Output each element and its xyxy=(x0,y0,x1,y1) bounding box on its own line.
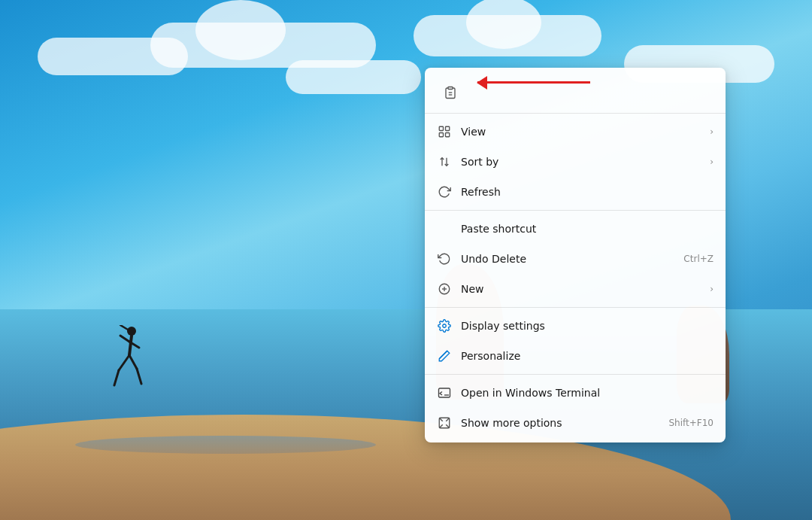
personalize-label: Personalize xyxy=(461,350,714,362)
sort-submenu-arrow: › xyxy=(710,157,714,167)
cloud-decoration xyxy=(286,60,421,94)
more-icon xyxy=(437,415,452,430)
menu-item-show-more[interactable]: Show more options Shift+F10 xyxy=(425,408,726,438)
svg-line-5 xyxy=(114,370,119,385)
context-menu: View › Sort by › Refresh Paste shortcut xyxy=(425,68,726,442)
svg-line-7 xyxy=(137,369,141,384)
menu-item-new[interactable]: New › xyxy=(425,274,726,304)
menu-divider xyxy=(425,113,726,114)
svg-rect-14 xyxy=(439,133,443,137)
personalize-icon xyxy=(437,348,452,363)
svg-rect-15 xyxy=(446,133,450,137)
display-settings-label: Display settings xyxy=(461,320,714,332)
menu-item-refresh[interactable]: Refresh xyxy=(425,177,726,207)
svg-line-4 xyxy=(119,355,129,370)
view-icon xyxy=(437,124,452,139)
svg-rect-12 xyxy=(439,126,443,130)
cloud-decoration xyxy=(414,15,601,56)
menu-item-display-settings[interactable]: Display settings xyxy=(425,311,726,341)
svg-rect-9 xyxy=(448,87,453,90)
open-terminal-label: Open in Windows Terminal xyxy=(461,387,714,399)
menu-item-personalize[interactable]: Personalize xyxy=(425,341,726,371)
svg-line-8 xyxy=(120,325,128,330)
sort-icon xyxy=(437,154,452,169)
svg-line-2 xyxy=(120,336,129,342)
menu-item-sort-by[interactable]: Sort by › xyxy=(425,147,726,177)
water-reflection xyxy=(75,436,376,454)
refresh-label: Refresh xyxy=(461,186,714,198)
menu-divider xyxy=(425,210,726,211)
new-label: New xyxy=(461,283,701,295)
undo-icon xyxy=(437,251,452,266)
runner-figure xyxy=(113,325,143,392)
refresh-icon xyxy=(437,184,452,199)
menu-divider xyxy=(425,374,726,375)
undo-delete-label: Undo Delete xyxy=(461,253,674,265)
context-menu-top-icons xyxy=(425,72,726,110)
show-more-shortcut: Shift+F10 xyxy=(668,418,714,428)
terminal-icon xyxy=(437,385,452,400)
display-icon xyxy=(437,318,452,333)
menu-item-undo-delete[interactable]: Undo Delete Ctrl+Z xyxy=(425,244,726,274)
svg-rect-13 xyxy=(446,126,450,130)
new-submenu-arrow: › xyxy=(710,284,714,294)
clipboard-icon-button[interactable] xyxy=(437,79,464,106)
sort-by-label: Sort by xyxy=(461,156,701,168)
show-more-label: Show more options xyxy=(461,417,659,429)
menu-item-open-terminal[interactable]: Open in Windows Terminal xyxy=(425,378,726,408)
paste-shortcut-label: Paste shortcut xyxy=(461,223,714,235)
menu-item-view[interactable]: View › xyxy=(425,117,726,147)
view-submenu-arrow: › xyxy=(710,126,714,137)
svg-line-6 xyxy=(129,355,137,369)
menu-divider xyxy=(425,307,726,308)
svg-line-1 xyxy=(129,336,132,355)
view-label: View xyxy=(461,126,701,138)
new-icon xyxy=(437,281,452,296)
menu-item-paste-shortcut[interactable]: Paste shortcut xyxy=(425,214,726,244)
undo-shortcut: Ctrl+Z xyxy=(683,254,714,264)
